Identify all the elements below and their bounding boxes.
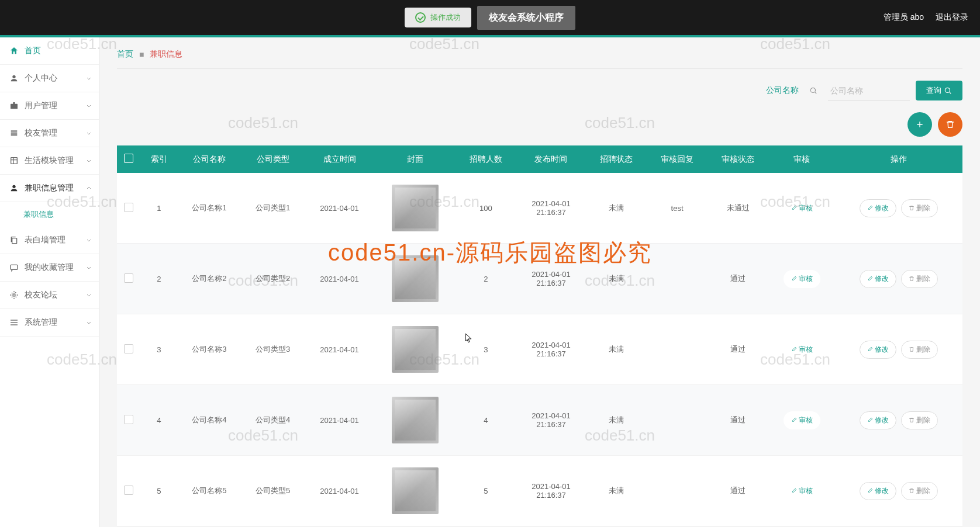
delete-button[interactable]: 删除 xyxy=(901,270,938,288)
row-checkbox[interactable] xyxy=(124,486,133,495)
th-index: 索引 xyxy=(140,145,178,173)
menu-favorites[interactable]: 我的收藏管理 xyxy=(0,254,99,282)
cell-status: 未满 xyxy=(586,314,647,385)
delete-button[interactable]: 删除 xyxy=(901,482,938,500)
cell-audit: 通过 xyxy=(708,456,768,526)
cover-image xyxy=(392,255,439,302)
trash-icon xyxy=(946,120,955,129)
menu-alumni[interactable]: 校友管理 xyxy=(0,120,99,147)
svg-rect-4 xyxy=(11,134,18,136)
cell-reply xyxy=(647,385,708,456)
cell-audit: 未通过 xyxy=(708,173,768,244)
svg-point-9 xyxy=(13,294,15,296)
grid-icon xyxy=(9,156,19,165)
svg-rect-8 xyxy=(11,265,18,269)
th-ops: 操作 xyxy=(835,145,962,173)
chevron-down-icon xyxy=(86,129,92,138)
th-reply: 审核回复 xyxy=(647,145,708,173)
cell-reply xyxy=(647,244,708,314)
menu-confession[interactable]: 表白墙管理 xyxy=(0,227,99,254)
edit-icon xyxy=(791,346,797,352)
row-checkbox[interactable] xyxy=(124,273,133,283)
cell-index: 4 xyxy=(140,385,178,456)
breadcrumb-separator: ■ xyxy=(139,50,144,59)
add-button[interactable] xyxy=(907,112,932,137)
cell-audit: 通过 xyxy=(708,244,768,314)
delete-button[interactable]: 删除 xyxy=(901,411,938,429)
audit-button[interactable]: 审核 xyxy=(784,199,820,217)
trash-icon xyxy=(909,346,915,352)
row-checkbox[interactable] xyxy=(124,415,133,424)
cell-name: 公司名称1 xyxy=(178,173,241,244)
menu-system[interactable]: 系统管理 xyxy=(0,309,99,337)
cell-founded: 2021-04-01 xyxy=(305,244,374,314)
breadcrumb-home[interactable]: 首页 xyxy=(117,49,133,60)
menu-life[interactable]: 生活模块管理 xyxy=(0,147,99,175)
svg-point-14 xyxy=(945,88,950,92)
table-row: 1 公司名称1 公司类型1 2021-04-01 100 2021-04-012… xyxy=(117,173,962,244)
edit-button[interactable]: 修改 xyxy=(860,411,896,429)
cell-index: 2 xyxy=(140,244,178,314)
cover-image xyxy=(392,467,439,514)
edit-button[interactable]: 修改 xyxy=(860,482,896,500)
table-row: 2 公司名称2 公司类型2 2021-04-01 2 2021-04-0121:… xyxy=(117,244,962,314)
edit-icon xyxy=(791,276,797,282)
search-dropdown-icon[interactable] xyxy=(805,81,822,100)
chevron-down-icon xyxy=(86,290,92,300)
audit-button[interactable]: 审核 xyxy=(784,482,820,500)
edit-button[interactable]: 修改 xyxy=(860,341,896,359)
table-header: 索引 公司名称 公司类型 成立时间 封面 招聘人数 发布时间 招聘状态 审核回复… xyxy=(117,145,962,173)
cell-pubtime: 2021-04-0121:16:37 xyxy=(516,173,586,244)
menu-personal[interactable]: 个人中心 xyxy=(0,65,99,92)
menu-label: 首页 xyxy=(25,46,41,56)
select-all-checkbox[interactable] xyxy=(124,154,133,163)
admin-label[interactable]: 管理员 abo xyxy=(884,12,924,23)
chevron-up-icon xyxy=(86,183,92,193)
svg-rect-3 xyxy=(11,133,18,134)
cell-founded: 2021-04-01 xyxy=(305,456,374,526)
audit-button[interactable]: 审核 xyxy=(784,411,820,429)
top-bar: 操作成功 校友会系统小程序 管理员 abo 退出登录 xyxy=(0,0,980,35)
delete-button[interactable]: 删除 xyxy=(901,341,938,359)
cell-name: 公司名称5 xyxy=(178,456,241,526)
th-founded: 成立时间 xyxy=(305,145,374,173)
cell-name: 公司名称2 xyxy=(178,244,241,314)
svg-rect-11 xyxy=(11,322,18,323)
delete-all-button[interactable] xyxy=(938,112,962,137)
svg-rect-7 xyxy=(12,238,17,244)
cell-count: 3 xyxy=(456,314,516,385)
cell-type: 公司类型1 xyxy=(241,173,305,244)
row-checkbox[interactable] xyxy=(124,344,133,353)
person-icon xyxy=(9,183,19,193)
edit-button[interactable]: 修改 xyxy=(860,270,896,288)
menu-forum[interactable]: 校友论坛 xyxy=(0,282,99,309)
edit-button[interactable]: 修改 xyxy=(860,199,896,217)
audit-button[interactable]: 审核 xyxy=(784,341,820,359)
search-button[interactable]: 查询 xyxy=(916,81,962,100)
cell-reply xyxy=(647,456,708,526)
cell-status: 未满 xyxy=(586,385,647,456)
edit-icon xyxy=(867,417,873,423)
search-input[interactable] xyxy=(828,81,910,100)
main-content: 首页 ■ 兼职信息 公司名称 查询 索引 xyxy=(99,37,980,527)
menu-home[interactable]: 首页 xyxy=(0,37,99,65)
bars-icon xyxy=(9,318,19,327)
breadcrumb-current: 兼职信息 xyxy=(150,49,182,60)
cell-index: 1 xyxy=(140,173,178,244)
logout-link[interactable]: 退出登录 xyxy=(936,12,968,23)
audit-button[interactable]: 审核 xyxy=(784,270,820,288)
menu-users[interactable]: 用户管理 xyxy=(0,92,99,120)
table-body: 1 公司名称1 公司类型1 2021-04-01 100 2021-04-012… xyxy=(117,173,962,526)
cell-status: 未满 xyxy=(586,244,647,314)
svg-rect-10 xyxy=(11,320,18,320)
delete-button[interactable]: 删除 xyxy=(901,199,938,217)
menu-jobs[interactable]: 兼职信息管理 xyxy=(0,175,99,202)
home-icon xyxy=(9,46,19,56)
cell-index: 3 xyxy=(140,314,178,385)
row-checkbox[interactable] xyxy=(124,203,133,212)
cell-status: 未满 xyxy=(586,456,647,526)
cell-pubtime: 2021-04-0121:16:37 xyxy=(516,385,586,456)
breadcrumb: 首页 ■ 兼职信息 xyxy=(117,49,962,69)
submenu-jobinfo[interactable]: 兼职信息 xyxy=(0,202,99,227)
edit-icon xyxy=(867,276,873,282)
